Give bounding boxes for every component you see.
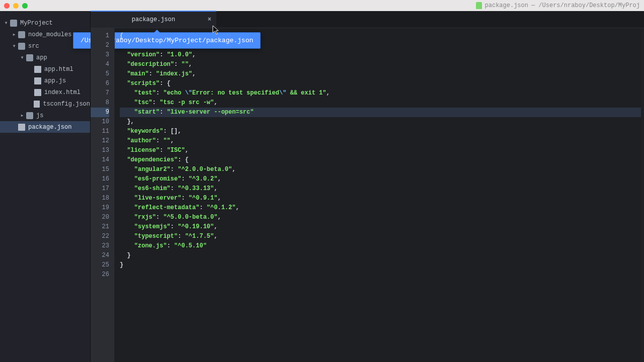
line-number: 3 [91, 50, 109, 60]
code-line[interactable]: "version": "1.0.0", [120, 50, 641, 60]
line-number: 4 [91, 60, 109, 69]
code-line[interactable]: "main": "index.js", [120, 69, 641, 79]
line-number: 22 [91, 232, 109, 241]
code-line[interactable]: "start": "live-server --open=src" [120, 108, 641, 117]
code-line[interactable]: } [120, 260, 641, 270]
file-tree-sidebar[interactable]: ▾MyProject▸node_modules▾src▾appapp.htmla… [0, 11, 91, 362]
code-line[interactable]: "systemjs": "^0.19.10", [120, 222, 641, 232]
tree-item-label: js [36, 112, 43, 119]
line-number: 5 [91, 69, 109, 79]
line-number: 24 [91, 251, 109, 260]
code-line[interactable]: "es6-promise": "^3.0.2", [120, 174, 641, 184]
tree-item-label: app [36, 54, 47, 61]
line-number: 13 [91, 146, 109, 155]
line-number: 1 [91, 31, 109, 41]
tree-item-label: tsconfig.json [43, 101, 90, 108]
code-area[interactable]: { "version": "1.0.0", "description": "",… [115, 28, 641, 362]
tree-item-label: src [28, 43, 39, 50]
line-number: 2 [91, 41, 109, 50]
folder-icon [18, 43, 25, 50]
code-line[interactable]: "description": "", [120, 60, 641, 69]
minimize-window-icon[interactable] [13, 3, 19, 9]
line-number: 6 [91, 79, 109, 88]
tree-file-tsconfig-json[interactable]: tsconfig.json [0, 98, 90, 110]
line-number: 26 [91, 270, 109, 280]
code-line[interactable]: "dependencies": { [120, 155, 641, 165]
tree-item-label: app.html [44, 66, 73, 73]
code-line[interactable]: "test": "echo \"Error: no test specified… [120, 88, 641, 98]
code-line[interactable]: "reflect-metadata": "^0.1.2", [120, 203, 641, 213]
code-line[interactable]: "keywords": [], [120, 127, 641, 136]
code-line[interactable]: } [120, 251, 641, 260]
line-number-gutter: 1234567891011121314151617181920212223242… [91, 28, 115, 362]
folder-icon [26, 54, 33, 61]
file-icon [34, 101, 40, 108]
tree-file-app-html[interactable]: app.html [0, 63, 90, 75]
code-line[interactable]: "zone.js": "^0.5.10" [120, 241, 641, 251]
line-number: 20 [91, 213, 109, 222]
line-number: 7 [91, 88, 109, 98]
tree-file-index-html[interactable]: index.html [0, 86, 90, 98]
zoom-window-icon[interactable] [22, 3, 28, 9]
folder-icon [18, 31, 25, 38]
tree-folder-app[interactable]: ▾app [0, 52, 90, 63]
file-icon [34, 89, 41, 96]
tab-label: package.json [132, 16, 175, 23]
title-filename: package.json [485, 2, 528, 9]
line-number: 23 [91, 241, 109, 251]
line-number: 12 [91, 136, 109, 146]
line-number: 16 [91, 174, 109, 184]
line-number: 9 [91, 108, 109, 117]
line-number: 8 [91, 98, 109, 108]
window-title: package.json — /Users/nraboy/Desktop/MyP… [476, 2, 640, 9]
tree-folder-js[interactable]: ▸js [0, 110, 90, 121]
code-editor[interactable]: 1234567891011121314151617181920212223242… [91, 28, 644, 362]
tab-package-json[interactable]: package.json × [91, 11, 216, 28]
line-number: 10 [91, 117, 109, 127]
file-icon [476, 2, 482, 9]
tree-item-label: node_modules [28, 31, 71, 38]
close-window-icon[interactable] [4, 3, 10, 9]
code-line[interactable]: "typescript": "^1.7.5", [120, 232, 641, 241]
code-line[interactable] [120, 41, 641, 50]
code-line[interactable]: "author": "", [120, 136, 641, 146]
window-titlebar: package.json — /Users/nraboy/Desktop/MyP… [0, 0, 644, 11]
tab-bar[interactable]: package.json × [91, 11, 644, 28]
tree-item-label: package.json [28, 124, 71, 131]
close-icon[interactable]: × [208, 16, 211, 23]
tree-file-package-json[interactable]: package.json [0, 121, 90, 133]
tree-file-app-js[interactable]: app.js [0, 75, 90, 86]
code-line[interactable]: "tsc": "tsc -p src -w", [120, 98, 641, 108]
code-line[interactable]: "live-server": "^0.9.1", [120, 194, 641, 203]
code-line[interactable]: "angular2": "^2.0.0-beta.0", [120, 165, 641, 174]
code-line[interactable]: "license": "ISC", [120, 146, 641, 155]
tree-item-label: index.html [44, 89, 80, 96]
line-number: 11 [91, 127, 109, 136]
code-line[interactable]: "rxjs": "^5.0.0-beta.0", [120, 213, 641, 222]
file-icon [34, 66, 41, 73]
code-line[interactable]: "scripts": { [120, 79, 641, 88]
title-pathtail: — /Users/nraboy/Desktop/MyProj [531, 2, 640, 9]
line-number: 17 [91, 184, 109, 194]
file-icon [34, 77, 41, 84]
code-line[interactable]: }, [120, 117, 641, 127]
traffic-lights[interactable] [4, 3, 28, 9]
minimap-strip[interactable] [641, 28, 644, 362]
line-number: 19 [91, 203, 109, 213]
line-number: 18 [91, 194, 109, 203]
line-number: 15 [91, 165, 109, 174]
tree-root[interactable]: ▾MyProject [0, 17, 90, 29]
code-line[interactable]: { [120, 31, 641, 41]
line-number: 14 [91, 155, 109, 165]
line-number: 25 [91, 260, 109, 270]
code-line[interactable]: "es6-shim": "^0.33.13", [120, 184, 641, 194]
tree-item-label: app.js [44, 77, 66, 84]
line-number: 21 [91, 222, 109, 232]
file-icon [18, 124, 25, 131]
folder-icon [26, 112, 33, 119]
